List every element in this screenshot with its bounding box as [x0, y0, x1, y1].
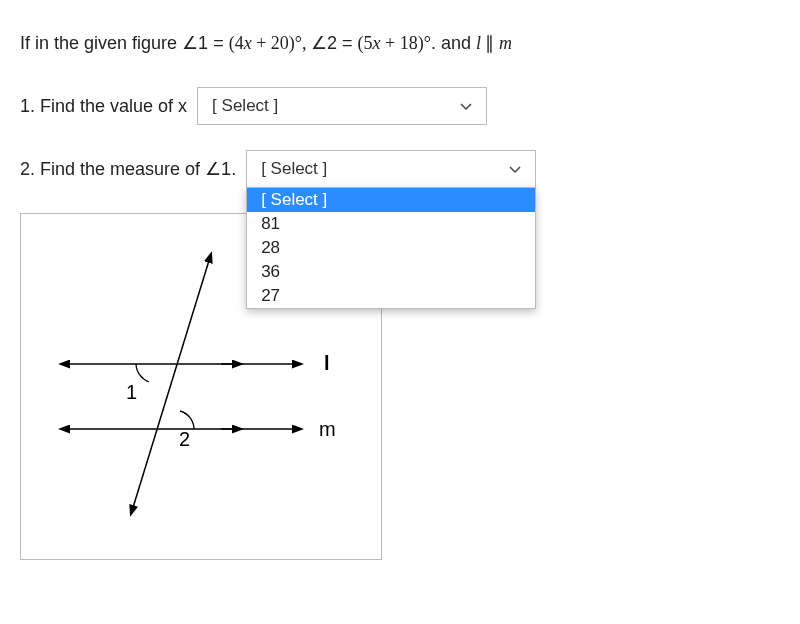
q2-select[interactable]: [ Select ] [ Select ] 81 28 36 27: [246, 150, 536, 188]
q2-label: 2. Find the measure of ∠1.: [20, 158, 236, 180]
question-2-row: 2. Find the measure of ∠1. [ Select ] [ …: [20, 150, 780, 188]
q1-select-value: [ Select ]: [212, 96, 278, 116]
deg2: °: [424, 33, 431, 53]
expr2-open: (5: [358, 33, 373, 53]
angle2-symbol: ∠2: [311, 33, 337, 53]
q2-option-81[interactable]: 81: [247, 212, 535, 236]
angle-2-label: 2: [179, 428, 190, 450]
expr2-mid: + 18): [381, 33, 424, 53]
expr1-open: (4: [229, 33, 244, 53]
stem-m: m: [499, 33, 512, 53]
q2-dropdown: [ Select ] 81 28 36 27: [246, 187, 536, 309]
chevron-down-icon: [509, 161, 521, 177]
eq2: =: [342, 33, 358, 53]
q2-option-27[interactable]: 27: [247, 284, 535, 308]
q2-option-select[interactable]: [ Select ]: [247, 188, 535, 212]
line-l-label: l: [324, 352, 330, 374]
eq1: =: [213, 33, 229, 53]
chevron-down-icon: [460, 98, 472, 114]
q1-select[interactable]: [ Select ]: [197, 87, 487, 125]
stem-prefix: If in the given figure: [20, 33, 182, 53]
expr2-x: x: [373, 33, 381, 53]
expr1-mid: + 20): [252, 33, 295, 53]
q1-label: 1. Find the value of x: [20, 96, 187, 117]
angle-1-label: 1: [126, 381, 137, 403]
question-1-row: 1. Find the value of x [ Select ]: [20, 87, 780, 125]
q2-select-value: [ Select ]: [261, 159, 327, 179]
q2-option-28[interactable]: 28: [247, 236, 535, 260]
line-m-label: m: [319, 418, 336, 440]
expr1-x: x: [244, 33, 252, 53]
question-stem: If in the given figure ∠1 = (4x + 20)°, …: [20, 30, 780, 57]
q2-option-36[interactable]: 36: [247, 260, 535, 284]
svg-line-4: [131, 254, 211, 514]
comma: ,: [302, 33, 311, 53]
deg1: °: [295, 33, 302, 53]
stem-and: . and: [431, 33, 476, 53]
angle1-symbol: ∠1: [182, 33, 208, 53]
stem-par: ∥: [481, 33, 499, 53]
